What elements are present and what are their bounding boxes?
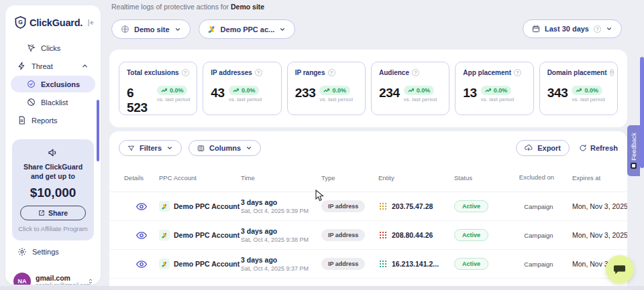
affiliate-promo-card[interactable]: Share ClickGuard and get up to $10,000 S… <box>12 139 94 240</box>
export-icon <box>525 144 533 152</box>
google-ads-icon <box>208 25 216 33</box>
subtitle-site-name: Demo site <box>231 3 264 11</box>
trend-badge: 0.0% <box>572 86 602 95</box>
stat-card-ip-addresses: IP addresses? 43 0.0% vs. last period <box>203 62 281 115</box>
help-icon: ? <box>594 25 601 33</box>
col-entity: Entity <box>378 174 454 182</box>
stat-card-total-exclusions: Total exclusions? 6 523 0.0% vs. last pe… <box>119 62 197 115</box>
sidebar-item-clicks[interactable]: Clicks <box>11 40 95 56</box>
date-range-dropdown[interactable]: Last 30 days ? <box>523 19 622 38</box>
chevron-up-icon <box>81 62 89 70</box>
share-button[interactable]: Share <box>20 206 86 220</box>
viewport-bottom-strip <box>0 286 644 290</box>
stat-card-audience: Audience? 234 0.0% vs. last period <box>371 62 449 115</box>
row-details-button[interactable] <box>124 202 159 211</box>
sidebar-item-exclusions[interactable]: Exclusions <box>11 76 95 92</box>
trend-badge: 0.0% <box>157 86 188 95</box>
columns-button[interactable]: Columns <box>189 140 261 156</box>
stat-value: 6 523 <box>127 86 153 115</box>
sidebar-item-reports[interactable]: Reports <box>11 112 95 129</box>
page-scrollbar[interactable] <box>640 57 644 168</box>
stat-card-ip-ranges: IP ranges? 233 0.0% vs. last period <box>287 62 366 115</box>
col-details: Details <box>124 174 159 182</box>
stat-sub: vs. last period <box>319 96 352 102</box>
sidebar: G ClickGuard. Clicks Threat Excl <box>5 5 101 285</box>
user-menu[interactable]: NA gmail.com naatali.ro@gmail.com <box>5 266 101 285</box>
sidebar-item-label: Threat <box>32 62 76 70</box>
site-filter-dropdown[interactable]: Demo site <box>111 19 191 39</box>
table-row: Demo PPC Account 3 days ago Sat, Oct 4, … <box>109 249 627 278</box>
entity-identicon <box>378 230 388 240</box>
eye-icon <box>136 231 147 240</box>
calendar-icon <box>532 25 540 33</box>
refresh-button[interactable]: Refresh <box>579 144 618 152</box>
row-entity: 208.80.44.26 <box>378 230 454 240</box>
ban-icon <box>27 98 36 106</box>
help-icon[interactable]: ? <box>255 69 262 76</box>
help-icon[interactable]: ? <box>412 69 419 76</box>
sidebar-item-blacklist[interactable]: Blacklist <box>11 94 95 111</box>
row-details-button[interactable] <box>124 231 159 240</box>
app-title: ClickGuard. <box>30 17 83 28</box>
row-entity: 203.75.47.28 <box>378 202 454 211</box>
table-header-row: Details PPC Account Time Type Entity Sta… <box>109 163 627 192</box>
help-icon[interactable]: ? <box>182 69 189 76</box>
type-badge: IP address <box>321 229 365 241</box>
help-icon[interactable]: ? <box>514 69 521 76</box>
status-badge: Active <box>454 258 488 270</box>
row-details-button[interactable] <box>124 260 159 269</box>
page-subtitle: Realtime logs of protective actions for … <box>111 3 264 11</box>
stat-sub: vs. last period <box>404 96 437 102</box>
help-icon[interactable]: ? <box>328 69 335 76</box>
stat-label: IP ranges <box>295 69 325 76</box>
gear-icon <box>17 247 27 257</box>
stat-label: Domain placement <box>547 69 607 76</box>
entity-identicon <box>378 202 388 211</box>
sidebar-item-threat[interactable]: Threat <box>11 58 95 74</box>
affiliate-link[interactable]: Click to Affiliate Program <box>17 225 89 232</box>
trend-up-icon <box>233 88 239 93</box>
sidebar-item-settings[interactable]: Settings <box>5 240 101 263</box>
col-type: Type <box>321 174 378 182</box>
trend-badge: 0.0% <box>319 86 350 95</box>
help-icon[interactable]: ? <box>610 69 614 76</box>
google-ads-icon <box>159 201 170 212</box>
row-account: Demo PPC Account <box>159 259 241 269</box>
filter-icon <box>127 145 135 152</box>
stat-value: 233 <box>295 86 316 100</box>
shield-logo-icon: G <box>15 16 26 29</box>
type-badge: IP address <box>321 258 365 270</box>
trend-up-icon <box>323 88 330 93</box>
share-button-label: Share <box>48 209 68 217</box>
globe-icon <box>121 25 129 33</box>
google-ads-icon <box>159 259 170 269</box>
feedback-tab[interactable]: Feedback <box>627 125 640 176</box>
promo-text: Share ClickGuard and get up to <box>17 162 89 181</box>
stat-card-domain-placement: Domain placement? 343 0.0% vs. last peri… <box>539 62 618 115</box>
export-button[interactable]: Export <box>516 140 570 156</box>
account-filter-dropdown[interactable]: Demo PPC ac... <box>199 19 296 39</box>
chevron-down-icon <box>279 26 286 33</box>
trend-up-icon <box>576 88 582 93</box>
col-time: Time <box>241 174 321 182</box>
sidebar-nav: Clicks Threat Exclusions Blacklist <box>5 38 101 130</box>
trend-up-icon <box>408 88 415 93</box>
stat-label: IP addresses <box>211 69 252 76</box>
sidebar-item-label: Clicks <box>41 44 89 52</box>
row-excluded-on: Campaign <box>516 232 561 239</box>
sidebar-item-label: Reports <box>32 117 89 125</box>
sidebar-item-label: Blacklist <box>41 98 89 106</box>
sidebar-scrollbar[interactable] <box>97 100 99 161</box>
col-ppc-account: PPC Account <box>159 174 241 182</box>
table-row: Demo PPC Account 3 days ago Sat, Oct 4, … <box>109 192 627 220</box>
chevron-down-icon <box>246 145 252 151</box>
row-account: Demo PPC Account <box>159 201 241 212</box>
col-status: Status <box>454 174 516 182</box>
trend-badge: 0.0% <box>481 86 512 95</box>
stat-value: 13 <box>463 86 477 100</box>
chat-widget-button[interactable] <box>606 255 634 283</box>
trend-badge: 0.0% <box>404 86 435 95</box>
stats-panel: Total exclusions? 6 523 0.0% vs. last pe… <box>109 50 627 127</box>
filters-button[interactable]: Filters <box>119 140 182 156</box>
collapse-sidebar-icon[interactable] <box>86 18 95 27</box>
